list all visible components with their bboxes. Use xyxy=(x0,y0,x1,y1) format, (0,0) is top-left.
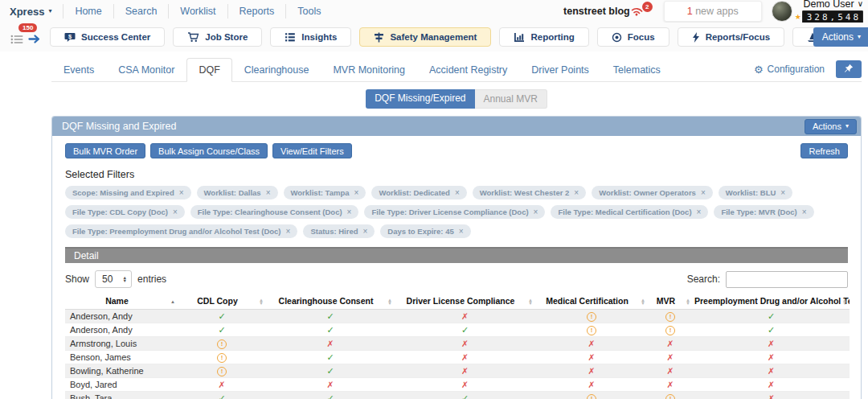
warning-icon: ! xyxy=(665,326,675,335)
tab-telematics[interactable]: Telematics xyxy=(601,58,673,82)
subtab-dqf-missing-expired[interactable]: DQF Missing/Expired xyxy=(366,89,474,109)
bulk-mvr-order-button[interactable]: Bulk MVR Order xyxy=(65,143,145,158)
x-icon: ✗ xyxy=(588,352,596,362)
table-row[interactable]: Anderson, Andy✓✓✗!!✓ xyxy=(65,310,850,323)
column-header-medical-certification[interactable]: Medical Certification▲▼ xyxy=(535,294,648,310)
configuration-link[interactable]: ⚙ Configuration xyxy=(754,64,825,76)
remove-filter-icon[interactable]: × xyxy=(701,188,706,197)
status-cell: ✗ xyxy=(693,364,850,378)
nav-reports[interactable]: Reports xyxy=(227,4,286,19)
column-header-clearinghouse-consent[interactable]: Clearinghouse Consent▲▼ xyxy=(266,294,395,310)
filter-chip-label: File Type: Clearinghouse Consent (Doc) xyxy=(198,208,342,216)
sort-both-icon[interactable]: ▲▼ xyxy=(259,298,264,305)
toolbar-reporting-button[interactable]: Reporting xyxy=(499,27,588,47)
remove-filter-icon[interactable]: × xyxy=(286,227,291,236)
toolbar-reports-focus-button[interactable]: Reports/Focus xyxy=(678,27,785,47)
remove-filter-icon[interactable]: × xyxy=(179,188,184,197)
nav-worklist[interactable]: Worklist xyxy=(168,4,227,19)
remove-filter-icon[interactable]: × xyxy=(354,188,359,197)
pin-button[interactable] xyxy=(836,60,862,78)
new-apps-card[interactable]: 1 new apps xyxy=(664,1,762,22)
remove-filter-icon[interactable]: × xyxy=(363,227,368,236)
blog-count-badge: 2 xyxy=(642,2,653,12)
column-header-cdl-copy[interactable]: CDL Copy▲▼ xyxy=(178,294,266,310)
tab-dqf[interactable]: DQF xyxy=(186,58,231,82)
tab-clearinghouse[interactable]: Clearinghouse xyxy=(232,58,321,82)
search-input[interactable] xyxy=(726,271,848,288)
remove-filter-icon[interactable]: × xyxy=(697,208,702,216)
panel-actions-button[interactable]: Actions ▾ xyxy=(805,119,857,134)
column-header-label: Clearinghouse Consent xyxy=(279,296,374,306)
toolbar-safety-management-button[interactable]: Safety Management xyxy=(359,27,491,47)
toolbar-insights-button[interactable]: Insights xyxy=(270,27,351,47)
table-row[interactable]: Armstrong, Louis!✗✗✗✗✗ xyxy=(65,337,850,351)
sort-both-icon[interactable]: ▲▼ xyxy=(528,298,533,305)
worklist-queue-shortcut[interactable]: 150 xyxy=(6,23,50,51)
panel-title: DQF Missing and Expired xyxy=(62,121,176,132)
detail-section-header: Detail xyxy=(65,247,848,263)
table-row[interactable]: Anderson, Andy✓✓✓!!✓ xyxy=(65,323,850,337)
status-cell: ✓ xyxy=(395,323,535,337)
filter-chip: File Type: MVR (Doc)× xyxy=(714,205,813,219)
status-cell: ! xyxy=(178,364,266,378)
refresh-button[interactable]: Refresh xyxy=(800,143,848,158)
remove-filter-icon[interactable]: × xyxy=(347,208,352,216)
remove-filter-icon[interactable]: × xyxy=(802,208,807,216)
nav-search[interactable]: Search xyxy=(113,4,169,19)
bulk-assign-course-class-button[interactable]: Bulk Assign Course/Class xyxy=(150,143,268,158)
warning-icon: ! xyxy=(587,326,596,335)
tabs-row: EventsCSA MonitorDQFClearinghouseMVR Mon… xyxy=(51,58,862,82)
status-cell: ✓ xyxy=(266,392,395,399)
sort-both-icon[interactable]: ▲▼ xyxy=(842,298,847,305)
sort-both-icon[interactable]: ▲▼ xyxy=(387,298,392,305)
check-icon: ✓ xyxy=(218,325,225,335)
status-cell: ! xyxy=(178,351,266,364)
avatar[interactable] xyxy=(772,1,792,22)
table-row[interactable]: Benson, James!✓✗✗✗✗ xyxy=(65,351,850,364)
remove-filter-icon[interactable]: × xyxy=(780,188,785,197)
column-header-name[interactable]: Name▲ xyxy=(65,294,178,310)
forward-arrow-icon[interactable] xyxy=(28,34,41,47)
table-row[interactable]: Boyd, Jared✗✗✗✗✗✗ xyxy=(65,378,850,392)
user-menu[interactable]: Demo User ∨ xyxy=(803,0,863,10)
remove-filter-icon[interactable]: × xyxy=(455,188,460,197)
remove-filter-icon[interactable]: × xyxy=(574,188,579,197)
column-header-driver-license-compliance[interactable]: Driver License Compliance▲▼ xyxy=(395,294,535,310)
driver-name-cell: Bush, Tara xyxy=(65,392,178,399)
tab-events[interactable]: Events xyxy=(51,58,106,82)
sort-both-icon[interactable]: ▲▼ xyxy=(686,298,690,305)
table-row[interactable]: Bowling, Katherine!✓✗✗✗✗ xyxy=(65,364,850,378)
check-icon: ✓ xyxy=(218,393,225,399)
sort-asc-icon[interactable]: ▲ xyxy=(170,299,175,303)
table-row[interactable]: Bush, Tara✓✓✓!!✗ xyxy=(65,392,850,399)
tab-driver-points[interactable]: Driver Points xyxy=(519,58,601,82)
toolbar-job-store-button[interactable]: Job Store xyxy=(173,27,262,47)
xpress-menu[interactable]: Xpress ▾ xyxy=(10,6,63,18)
remove-filter-icon[interactable]: × xyxy=(173,208,178,216)
driver-name-cell: Boyd, Jared xyxy=(65,378,178,392)
sort-both-icon[interactable]: ▲▼ xyxy=(641,298,645,305)
toolbar-button-label: Focus xyxy=(628,32,655,42)
nav-tools[interactable]: Tools xyxy=(285,4,332,19)
view-edit-filters-button[interactable]: View/Edit Filters xyxy=(272,143,352,158)
tenstreet-blog-link[interactable]: tenstreet blog 2 xyxy=(563,6,654,18)
column-header-mvr[interactable]: MVR▲▼ xyxy=(648,294,693,310)
tab-accident-registry[interactable]: Accident Registry xyxy=(417,58,519,82)
nav-home[interactable]: Home xyxy=(63,4,113,19)
tab-mvr-monitoring[interactable]: MVR Monitoring xyxy=(321,58,417,82)
filter-chip-label: File Type: CDL Copy (Doc) xyxy=(72,208,168,216)
remove-filter-icon[interactable]: × xyxy=(266,188,271,197)
x-icon: ✗ xyxy=(667,380,674,389)
filter-chip: Worklist: Tampa× xyxy=(284,186,366,200)
subtab-annual-mvr[interactable]: Annual MVR xyxy=(475,89,547,109)
top-actions-button[interactable]: Actions ▾ xyxy=(813,27,868,47)
toolbar-success-center-button[interactable]: $Success Center xyxy=(50,27,165,47)
page-length-select[interactable]: 50 ▲▼ xyxy=(95,270,132,288)
column-header-preemployment-drug-and-or-alcohol-test[interactable]: Preemployment Drug and/or Alcohol Test▲▼ xyxy=(693,294,850,310)
toolbar-focus-button[interactable]: Focus xyxy=(597,27,669,47)
x-icon: ✗ xyxy=(461,339,469,348)
tab-csa-monitor[interactable]: CSA Monitor xyxy=(106,58,186,82)
remove-filter-icon[interactable]: × xyxy=(459,227,464,236)
remove-filter-icon[interactable]: × xyxy=(534,208,538,216)
filter-chip: File Type: CDL Copy (Doc)× xyxy=(65,205,185,219)
